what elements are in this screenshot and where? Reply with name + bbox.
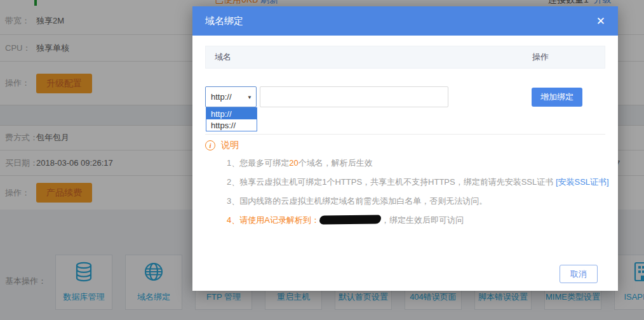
column-domain: 域名	[215, 51, 231, 63]
dialog-body: 域名 操作 http:// ▼ http:// https:// 增加绑定 i …	[192, 36, 618, 226]
bind-form-row: http:// ▼ http:// https:// 增加绑定	[205, 86, 605, 107]
redacted-ip-address	[319, 215, 381, 224]
instructions-header: i 说明	[205, 140, 605, 151]
install-ssl-link[interactable]: [安装SSL证书]	[556, 177, 609, 187]
instruction-item-3: 3、国内线路的云虚拟主机绑定域名前需先添加白名单，否则无法访问。	[227, 196, 605, 207]
instructions-section: i 说明 1、您最多可绑定20个域名，解析后生效 2、独享云虚拟主机可绑定1个H…	[205, 140, 605, 226]
close-icon[interactable]: ✕	[596, 16, 605, 27]
max-domains-highlight: 20	[289, 158, 298, 168]
info-icon: i	[205, 140, 215, 150]
instructions-list: 1、您最多可绑定20个域名，解析后生效 2、独享云虚拟主机可绑定1个HTTPS，…	[227, 157, 605, 226]
protocol-dropdown-list: http:// https://	[206, 107, 257, 131]
column-action: 操作	[532, 51, 549, 63]
cancel-button[interactable]: 取消	[560, 265, 598, 283]
dialog-header: 域名绑定 ✕	[192, 6, 618, 36]
protocol-selected-value: http://	[211, 92, 232, 102]
add-binding-button[interactable]: 增加绑定	[532, 88, 582, 107]
domain-binding-dialog: 域名绑定 ✕ 域名 操作 http:// ▼ http:// https:// …	[192, 6, 618, 291]
domain-input[interactable]	[260, 86, 448, 107]
instructions-title: 说明	[221, 140, 239, 151]
instruction-item-2: 2、独享云虚拟主机可绑定1个HTTPS，共享主机不支持HTTPS，绑定前请先安装…	[227, 177, 605, 188]
instruction-item-1: 1、您最多可绑定20个域名，解析后生效	[227, 157, 605, 169]
protocol-select[interactable]: http:// ▼ http:// https://	[205, 86, 257, 107]
instruction-item-4: 4、请使用A记录解析到：，绑定生效后即可访问	[227, 215, 605, 226]
table-header: 域名 操作	[205, 46, 605, 69]
dialog-title: 域名绑定	[205, 15, 243, 27]
protocol-option-https[interactable]: https://	[206, 119, 257, 131]
section-divider	[205, 134, 605, 135]
protocol-option-http[interactable]: http://	[206, 108, 257, 119]
chevron-down-icon: ▼	[247, 95, 252, 100]
